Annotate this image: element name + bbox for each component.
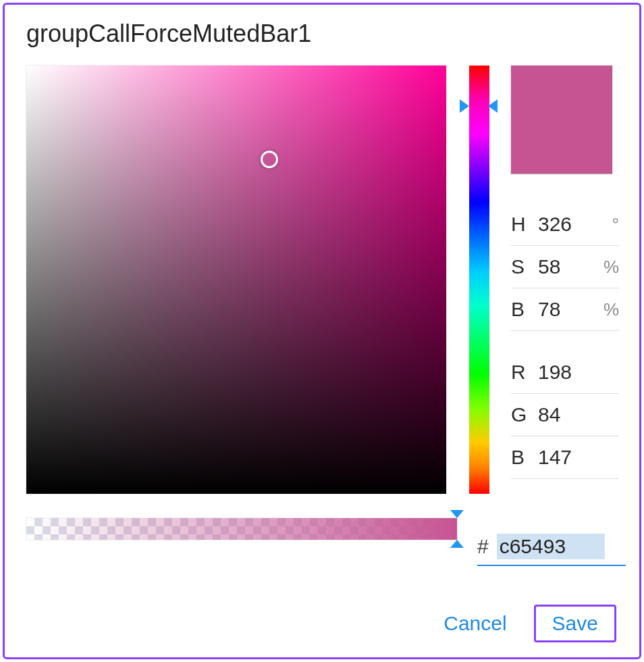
dialog-title: groupCallForceMutedBar1 <box>26 20 619 48</box>
hex-input[interactable] <box>497 534 605 559</box>
hsb-b-unit: % <box>603 299 619 320</box>
hex-row: # <box>477 534 626 566</box>
rgb-b-value[interactable]: 147 <box>534 446 619 469</box>
rgb-r-value[interactable]: 198 <box>534 361 619 384</box>
hsb-h-value[interactable]: 326 <box>534 213 612 236</box>
rgb-g-value[interactable]: 84 <box>534 403 619 426</box>
values-column: H 326 ° S 58 % B 78 % R 198 G 84 <box>511 66 619 479</box>
hex-prefix: # <box>477 535 489 558</box>
save-button[interactable]: Save <box>534 605 616 642</box>
rgb-b-row: B 147 <box>511 436 619 479</box>
hsb-s-value[interactable]: 58 <box>534 255 603 278</box>
hsb-s-row: S 58 % <box>511 246 619 288</box>
alpha-slider[interactable] <box>26 510 457 548</box>
hue-strip[interactable] <box>469 66 489 494</box>
alpha-strip[interactable] <box>26 518 457 540</box>
hsb-h-unit: ° <box>612 214 619 235</box>
hsb-h-label: H <box>511 213 534 236</box>
cancel-button[interactable]: Cancel <box>439 607 510 640</box>
dialog-actions: Cancel Save <box>439 605 616 642</box>
hsb-h-row: H 326 ° <box>511 203 619 246</box>
hsb-b-row: B 78 % <box>511 288 619 331</box>
hue-slider[interactable] <box>460 66 498 494</box>
hsb-s-unit: % <box>603 257 619 278</box>
rgb-g-row: G 84 <box>511 394 619 436</box>
rgb-g-label: G <box>511 403 534 426</box>
color-preview-swatch <box>511 66 612 174</box>
hsb-b-label: B <box>511 298 534 321</box>
sb-cursor-icon[interactable] <box>261 151 278 168</box>
rgb-r-label: R <box>511 361 534 384</box>
saturation-brightness-field[interactable] <box>26 66 446 494</box>
hue-handle-left-icon[interactable] <box>460 99 469 113</box>
rgb-r-row: R 198 <box>511 351 619 394</box>
picker-area: H 326 ° S 58 % B 78 % R 198 G 84 <box>26 66 619 494</box>
alpha-handle-top-icon[interactable] <box>450 510 464 518</box>
rgb-b-label: B <box>511 446 534 469</box>
alpha-handle-bottom-icon[interactable] <box>450 540 464 548</box>
hue-handle-right-icon[interactable] <box>488 99 498 113</box>
hsb-s-label: S <box>511 255 534 278</box>
color-picker-dialog: groupCallForceMutedBar1 H 326 ° S 58 % B <box>3 3 641 659</box>
hsb-b-value[interactable]: 78 <box>534 298 603 321</box>
